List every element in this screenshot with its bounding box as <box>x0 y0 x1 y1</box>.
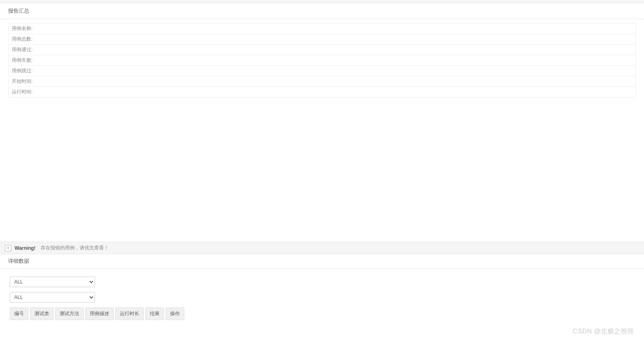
warning-label: Warning! <box>15 245 36 251</box>
filter-select-1-wrap: ALL <box>10 277 634 287</box>
column-header-class: 测试类 <box>30 307 54 320</box>
controls-area: ALL ALL 编号 测试类 测试方法 用例描述 运行时长 结果 操作 <box>0 268 644 324</box>
table-header: 编号 测试类 测试方法 用例描述 运行时长 结果 操作 <box>10 307 634 320</box>
summary-row: 运行时间: <box>8 87 636 97</box>
close-warning-button[interactable]: × <box>5 245 11 251</box>
column-header-result: 结果 <box>145 307 164 320</box>
summary-row: 用例名称: <box>8 23 636 34</box>
summary-row: 用例通过: <box>8 44 636 55</box>
column-header-desc: 用例描述 <box>85 307 114 320</box>
column-header-action: 操作 <box>166 307 184 320</box>
column-header-duration: 运行时长 <box>115 307 144 320</box>
filter-select-2-wrap: ALL <box>10 292 634 303</box>
top-border <box>0 0 644 3</box>
summary-list: 用例名称: 用例总数: 用例通过: 用例失败: 用例跳过: 开始时间: 运行时间… <box>8 23 636 97</box>
summary-row: 开始时间: <box>8 76 636 87</box>
summary-row: 用例失败: <box>8 55 636 65</box>
spacer <box>0 97 644 242</box>
column-header-id: 编号 <box>10 307 28 320</box>
filter-select-2[interactable]: ALL <box>10 292 95 303</box>
summary-title: 报告汇总 <box>0 3 644 19</box>
column-header-method: 测试方法 <box>55 307 84 320</box>
warning-text: 存在报错的用例，请优先查看！ <box>41 244 109 251</box>
summary-row: 用例总数: <box>8 34 636 44</box>
summary-row: 用例跳过: <box>8 65 636 76</box>
detail-title: 详细数据 <box>0 254 644 268</box>
filter-select-1[interactable]: ALL <box>10 277 95 287</box>
warning-bar: × Warning! 存在报错的用例，请优先查看！ <box>0 242 644 254</box>
